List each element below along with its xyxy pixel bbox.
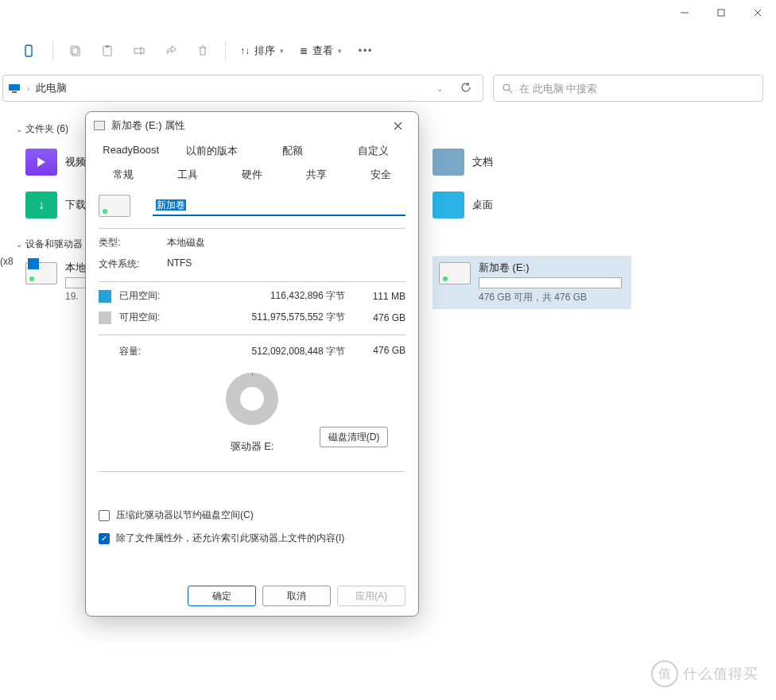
cancel-button[interactable]: 取消 [262,586,331,606]
watermark-badge: 值 [651,660,678,687]
drive-icon [99,195,130,217]
separator [52,41,53,60]
more-button[interactable]: ••• [351,37,380,65]
document-icon [433,149,464,176]
fs-value: NTFS [167,257,192,271]
svg-line-14 [509,90,512,93]
used-label: 已用空间: [119,289,175,303]
compress-label: 压缩此驱动器以节约磁盘空间(C) [116,509,254,522]
tab-general[interactable]: 常规 [91,163,155,187]
used-hr: 111 MB [361,291,405,302]
index-checkbox-row[interactable]: 除了文件属性外，还允许索引此驱动器上文件的内容(I) [99,527,405,550]
drive-icon [94,121,105,130]
paste-button[interactable] [93,37,122,65]
usage-bar [479,277,622,288]
free-label: 可用空间: [119,311,175,324]
capacity-label: 容量: [99,345,175,358]
volume-name-input[interactable]: 新加卷 [153,196,405,216]
truncated-text: (x8 [0,256,14,267]
properties-dialog: 新加卷 (E:) 属性 ReadyBoost 以前的版本 配额 自定义 常规 工… [85,111,419,617]
checkbox[interactable] [99,510,110,521]
capacity-bytes: 512,092,008,448 字节 [175,345,361,358]
capacity-hr: 476 GB [361,345,405,358]
folder-label: 文档 [472,155,493,169]
chevron-down-icon: ⌄ [16,240,22,249]
free-bytes: 511,975,575,552 字节 [175,311,361,324]
video-icon [25,149,57,176]
watermark: 值 什么值得买 [651,660,759,687]
location-text: 此电脑 [36,81,67,95]
minimize-button[interactable] [666,0,703,25]
rename-button[interactable] [125,37,153,65]
folder-documents[interactable]: 文档 [426,141,625,184]
svg-rect-11 [9,84,20,91]
separator [99,471,405,472]
chevron-down-icon: ⌄ [16,125,22,133]
tab-custom[interactable]: 自定义 [333,139,414,163]
ok-button[interactable]: 确定 [188,586,256,606]
delete-button[interactable] [188,37,217,65]
drive-e[interactable]: 新加卷 (E:) 476 GB 可用，共 476 GB [433,256,631,309]
tab-sharing[interactable]: 共享 [285,163,349,187]
chevron-right-icon: › [25,84,31,93]
chevron-down-icon[interactable]: ⌄ [430,84,449,93]
folder-label: 视频 [65,155,86,169]
tab-hardware[interactable]: 硬件 [219,163,284,187]
copy-button[interactable] [61,37,90,65]
sort-button[interactable]: ↑↓排序▾ [234,37,290,65]
sort-icon: ↑↓ [240,45,250,56]
tab-quota[interactable]: 配额 [252,139,333,163]
sort-label: 排序 [254,44,275,58]
volume-name-text: 新加卷 [156,199,186,211]
tab-tools[interactable]: 工具 [155,163,219,187]
toolbar: ↑↓排序▾ ≣查看▾ ••• [0,32,776,70]
view-label: 查看 [312,44,333,58]
close-button[interactable] [739,0,776,25]
compress-checkbox-row[interactable]: 压缩此驱动器以节约磁盘空间(C) [99,504,405,527]
new-button[interactable] [16,37,45,65]
view-button[interactable]: ≣查看▾ [293,37,348,65]
tab-readyboost[interactable]: ReadyBoost [91,139,172,163]
type-value: 本地磁盘 [167,236,205,249]
folder-label: 桌面 [472,198,493,212]
search-icon [502,83,513,94]
free-swatch [99,311,111,324]
separator [225,41,226,60]
svg-rect-12 [12,91,17,93]
used-swatch [99,290,111,303]
apply-button[interactable]: 应用(A) [337,586,405,606]
folders-label: 文件夹 (6) [25,122,68,136]
drive-icon [439,262,471,284]
svg-point-13 [503,84,510,91]
maximize-button[interactable] [703,0,739,25]
fs-label: 文件系统: [99,257,167,271]
svg-rect-4 [25,45,32,56]
chevron-down-icon: ▾ [280,47,284,55]
download-icon: ↓ [25,191,57,219]
chevron-down-icon: ▾ [338,47,342,55]
tab-security[interactable]: 安全 [349,163,413,187]
view-icon: ≣ [300,45,308,56]
disk-cleanup-button[interactable]: 磁盘清理(D) [320,427,388,447]
search-box[interactable] [493,75,763,102]
svg-rect-9 [134,48,144,53]
checkbox[interactable] [99,533,110,544]
drive-name: 新加卷 (E:) [479,261,622,275]
dialog-title: 新加卷 (E:) 属性 [111,118,378,133]
tab-previous[interactable]: 以前的版本 [172,139,253,163]
close-button[interactable] [385,114,410,137]
index-label: 除了文件属性外，还允许索引此驱动器上文件的内容(I) [116,532,344,545]
folder-desktop[interactable]: 桌面 [426,184,625,226]
pc-icon [8,82,21,95]
share-button[interactable] [157,37,185,65]
drive-sub: 476 GB 可用，共 476 GB [479,291,622,304]
usage-donut [226,373,278,425]
desktop-icon [433,191,464,219]
address-bar[interactable]: › 此电脑 ⌄ [2,75,483,102]
separator [99,335,405,335]
separator [99,228,405,229]
type-label: 类型: [99,236,167,249]
svg-rect-1 [718,10,724,16]
refresh-button[interactable] [454,82,478,95]
search-input[interactable] [519,83,755,95]
